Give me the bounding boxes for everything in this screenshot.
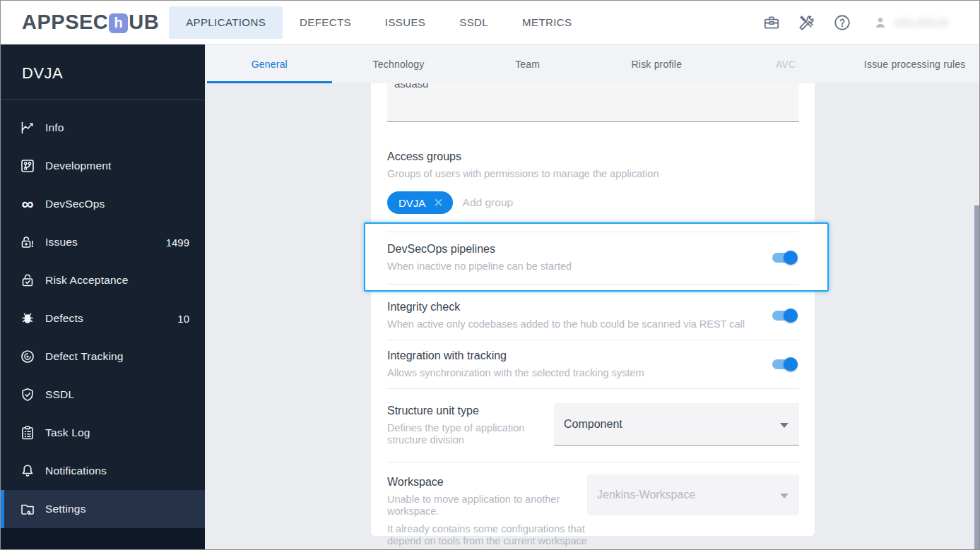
chevron-down-icon xyxy=(780,494,789,498)
main-area: General Technology Team Risk profile AVC… xyxy=(205,44,979,549)
group-chip-label: DVJA xyxy=(399,197,425,209)
nav-item-defects[interactable]: DEFECTS xyxy=(283,6,368,39)
username-redacted: ASLADLN xyxy=(895,16,948,28)
sidebar-item-label: Notifications xyxy=(45,465,107,477)
issues-count-badge: 1499 xyxy=(166,237,189,249)
workspace-row: Workspace Unable to move application to … xyxy=(387,462,799,547)
structure-unit-type-row: Structure unit type Defines the type of … xyxy=(387,389,799,462)
tab-risk-profile[interactable]: Risk profile xyxy=(592,44,721,83)
add-group-input[interactable]: Add group xyxy=(463,196,514,209)
chart-icon xyxy=(20,120,35,136)
logo-part1: APPSEC xyxy=(22,11,108,34)
help-icon[interactable] xyxy=(833,13,851,32)
chip-remove-icon[interactable]: ✕ xyxy=(433,197,443,209)
infinity-icon: ∞ xyxy=(20,196,35,212)
integrity-check-row: Integrity check When active only codebas… xyxy=(387,292,799,340)
user-icon xyxy=(873,15,888,30)
sidebar-item-label: Risk Acceptance xyxy=(45,274,129,287)
sidebar-item-label: DevSecOps xyxy=(45,198,105,210)
task-log-icon xyxy=(20,425,35,441)
logo-h-icon: h xyxy=(109,13,128,33)
description-textarea[interactable]: asdasd xyxy=(387,83,799,122)
bug-icon xyxy=(20,311,35,326)
sidebar-header: DVJA xyxy=(1,44,205,100)
integrity-check-title: Integrity check xyxy=(387,301,745,313)
tab-general[interactable]: General xyxy=(205,44,334,83)
sidebar-item-label: Task Log xyxy=(45,426,90,439)
logo-part2: UB xyxy=(129,11,159,34)
sidebar-item-label: Info xyxy=(45,121,64,134)
sidebar-item-label: Issues xyxy=(45,236,78,249)
integration-tracking-toggle[interactable] xyxy=(772,357,798,371)
sidebar-item-settings[interactable]: Settings xyxy=(1,490,205,528)
sidebar-item-task-log[interactable]: Task Log xyxy=(1,414,205,452)
toolbox-icon[interactable] xyxy=(762,13,781,32)
access-groups-input: DVJA ✕ Add group xyxy=(387,191,799,214)
sidebar-item-issues[interactable]: Issues 1499 xyxy=(1,223,205,261)
defects-count-badge: 10 xyxy=(177,313,189,325)
sidebar-item-ssdl[interactable]: SSDL xyxy=(1,376,205,414)
vertical-scrollbar[interactable] xyxy=(974,205,979,550)
tab-avc: AVC xyxy=(721,44,851,83)
workspace-description2: It already contains some configurations … xyxy=(387,523,587,547)
integration-tracking-row: Integration with tracking Allows synchro… xyxy=(387,340,799,389)
sidebar-item-development[interactable]: Development xyxy=(1,147,205,185)
nav-item-ssdl[interactable]: SSDL xyxy=(442,6,505,39)
settings-content: asdasd Access groups Groups of users wit… xyxy=(205,83,979,550)
structure-unit-type-title: Structure unit type xyxy=(387,405,551,417)
tab-technology[interactable]: Technology xyxy=(334,44,464,83)
nav-item-metrics[interactable]: METRICS xyxy=(505,6,589,39)
structure-unit-type-select[interactable]: Component xyxy=(554,403,799,446)
sidebar-item-devsecops[interactable]: ∞ DevSecOps xyxy=(1,185,205,223)
structure-unit-type-description: Defines the type of application structur… xyxy=(387,422,551,446)
tracking-icon xyxy=(20,349,35,364)
user-menu[interactable]: ASLADLN xyxy=(873,15,948,30)
admin-tools-icon[interactable] xyxy=(798,13,816,32)
integrity-check-toggle[interactable] xyxy=(772,309,798,323)
nav-item-applications[interactable]: APPLICATIONS xyxy=(169,6,283,39)
sidebar: DVJA Info Development ∞ DevS xyxy=(1,44,205,549)
highlighted-setting-box: DevSecOps pipelines When inactive no pip… xyxy=(364,222,829,292)
sidebar-item-label: Defect Tracking xyxy=(45,350,124,363)
sidebar-panel: DVJA Info Development ∞ DevS xyxy=(1,44,205,528)
sidebar-item-risk-acceptance[interactable]: Risk Acceptance xyxy=(1,261,205,299)
sidebar-item-label: Settings xyxy=(45,503,86,515)
sidebar-item-defect-tracking[interactable]: Defect Tracking xyxy=(1,337,205,376)
settings-card: asdasd Access groups Groups of users wit… xyxy=(371,83,815,536)
settings-folder-icon xyxy=(20,501,35,517)
integration-tracking-description: Allows synchronization with the selected… xyxy=(387,367,644,379)
chevron-down-icon xyxy=(780,423,789,428)
access-groups-description: Groups of users with permissions to mana… xyxy=(387,168,799,180)
app-window: APPSEC h UB APPLICATIONS DEFECTS ISSUES … xyxy=(0,0,980,550)
appsechub-logo[interactable]: APPSEC h UB xyxy=(22,11,159,34)
git-branch-icon xyxy=(20,158,35,174)
lock-check-icon xyxy=(20,273,35,288)
sidebar-item-defects[interactable]: Defects 10 xyxy=(1,299,205,337)
tab-team[interactable]: Team xyxy=(463,44,592,83)
integration-tracking-title: Integration with tracking xyxy=(387,349,644,362)
devsecops-pipelines-toggle[interactable] xyxy=(772,251,798,265)
workspace-value: Jenkins-Workspace xyxy=(597,489,695,501)
lock-alert-icon xyxy=(20,234,35,250)
sidebar-item-notifications[interactable]: Notifications xyxy=(1,452,205,490)
access-groups-section: Access groups Groups of users with permi… xyxy=(387,150,799,214)
group-chip[interactable]: DVJA ✕ xyxy=(387,191,453,214)
devsecops-pipelines-title: DevSecOps pipelines xyxy=(387,243,572,256)
nav-item-issues[interactable]: ISSUES xyxy=(368,6,442,39)
main-nav: APPLICATIONS DEFECTS ISSUES SSDL METRICS xyxy=(169,1,589,44)
workspace-description: Unable to move application to another wo… xyxy=(387,494,587,518)
shield-check-icon xyxy=(20,387,35,402)
sidebar-item-label: Defects xyxy=(45,312,83,325)
workspace-title: Workspace xyxy=(387,476,587,489)
application-name: DVJA xyxy=(22,64,205,83)
integrity-check-description: When active only codebases added to the … xyxy=(387,318,745,330)
sidebar-item-label: SSDL xyxy=(45,388,74,401)
sidebar-item-info[interactable]: Info xyxy=(1,109,205,147)
description-value: asdasd xyxy=(394,83,799,91)
sidebar-menu: Info Development ∞ DevSecOps Issu xyxy=(1,100,205,528)
top-navbar: APPSEC h UB APPLICATIONS DEFECTS ISSUES … xyxy=(1,1,979,44)
tab-issue-processing-rules[interactable]: Issue processing rules xyxy=(850,44,979,83)
workspace-select-disabled: Jenkins-Workspace xyxy=(587,474,799,515)
devsecops-pipelines-row: DevSecOps pipelines When inactive no pip… xyxy=(387,243,799,273)
devsecops-pipelines-description: When inactive no pipeline can be started xyxy=(387,261,572,273)
